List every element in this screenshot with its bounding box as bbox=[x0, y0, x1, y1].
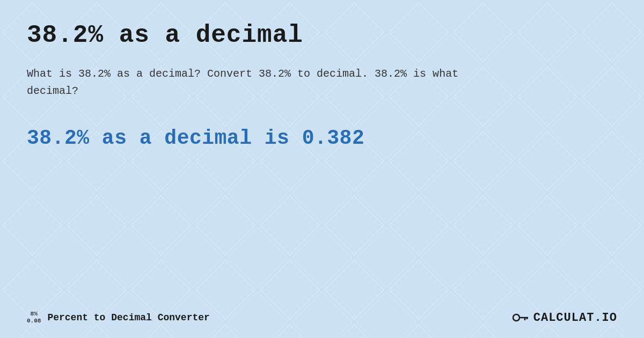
footer-label: Percent to Decimal Converter bbox=[47, 312, 209, 323]
logo-text: CALCULAT.IO bbox=[533, 311, 617, 325]
logo-hand-icon bbox=[511, 308, 530, 327]
footer: 8% 0.08 Percent to Decimal Converter CAL… bbox=[27, 308, 617, 327]
percent-top: 8% bbox=[31, 311, 38, 318]
percent-bottom: 0.08 bbox=[27, 318, 41, 325]
page-title: 38.2% as a decimal bbox=[27, 21, 617, 49]
result-display: 38.2% as a decimal is 0.382 bbox=[27, 127, 617, 150]
page-description: What is 38.2% as a decimal? Convert 38.2… bbox=[27, 65, 510, 100]
footer-left: 8% 0.08 Percent to Decimal Converter bbox=[27, 311, 210, 325]
percent-icon: 8% 0.08 bbox=[27, 311, 41, 325]
calculatio-logo: CALCULAT.IO bbox=[511, 308, 617, 327]
svg-point-4 bbox=[513, 314, 519, 321]
main-content: 38.2% as a decimal What is 38.2% as a de… bbox=[0, 0, 644, 338]
